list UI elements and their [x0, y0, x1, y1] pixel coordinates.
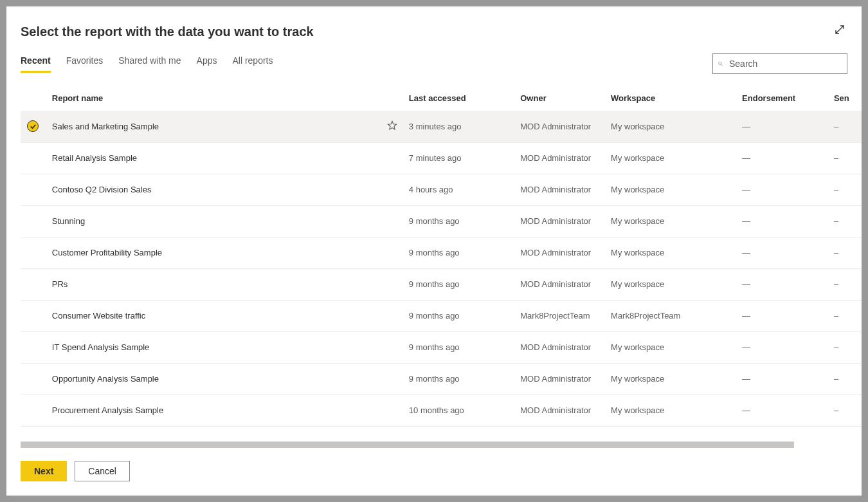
table-container: Report name Last accessed Owner Workspac… [21, 87, 862, 448]
report-name[interactable]: Consumer Website traffic [47, 300, 381, 331]
col-sensitivity-header[interactable]: Sen [829, 87, 862, 111]
last-accessed: 10 months ago [404, 395, 515, 426]
table-header-row: Report name Last accessed Owner Workspac… [21, 87, 862, 111]
col-accessed-header[interactable]: Last accessed [404, 87, 515, 111]
row-select-cell[interactable] [21, 205, 47, 237]
favorite-cell[interactable] [381, 363, 404, 395]
last-accessed: 9 months ago [404, 363, 515, 395]
table-row[interactable]: Contoso Q2 Division Sales4 hours agoMOD … [21, 174, 862, 205]
workspace: My workspace [606, 205, 737, 237]
row-select-cell[interactable] [21, 331, 47, 363]
table-row[interactable]: Opportunity Analysis Sample9 months agoM… [21, 363, 862, 395]
sensitivity: – [829, 205, 862, 237]
owner: MOD Administrator [515, 395, 606, 426]
row-select-cell[interactable] [21, 111, 47, 142]
last-accessed: 9 months ago [404, 205, 515, 237]
cancel-button[interactable]: Cancel [75, 461, 130, 481]
svg-point-0 [719, 62, 721, 64]
report-name[interactable]: Contoso Q2 Division Sales [47, 174, 381, 205]
row-select-cell[interactable] [21, 268, 47, 300]
owner: MOD Administrator [515, 237, 606, 268]
favorite-cell[interactable] [381, 395, 404, 426]
col-workspace-header[interactable]: Workspace [606, 87, 737, 111]
report-name[interactable]: Opportunity Analysis Sample [47, 363, 381, 395]
sensitivity: – [829, 363, 862, 395]
col-name-header[interactable]: Report name [47, 87, 381, 111]
workspace: My workspace [606, 363, 737, 395]
expand-icon [835, 24, 845, 35]
table-row[interactable]: PRs9 months agoMOD AdministratorMy works… [21, 268, 862, 300]
tab-shared-with-me[interactable]: Shared with me [118, 55, 181, 73]
favorite-cell[interactable] [381, 331, 404, 363]
reports-table: Report name Last accessed Owner Workspac… [21, 87, 862, 427]
workspace: My workspace [606, 142, 737, 174]
endorsement: — [737, 363, 829, 395]
tab-all-reports[interactable]: All reports [232, 55, 273, 73]
tabs: Recent Favorites Shared with me Apps All… [21, 55, 273, 73]
owner: Mark8ProjectTeam [515, 300, 606, 331]
owner: MOD Administrator [515, 331, 606, 363]
report-name[interactable]: Stunning [47, 205, 381, 237]
workspace: Mark8ProjectTeam [606, 300, 737, 331]
report-name[interactable]: IT Spend Analysis Sample [47, 331, 381, 363]
row-select-cell[interactable] [21, 174, 47, 205]
table-row[interactable]: Sales and Marketing Sample3 minutes agoM… [21, 111, 862, 142]
owner: MOD Administrator [515, 142, 606, 174]
owner: MOD Administrator [515, 205, 606, 237]
report-name[interactable]: Sales and Marketing Sample [47, 111, 381, 142]
table-row[interactable]: Customer Profitability Sample9 months ag… [21, 237, 862, 268]
sensitivity: – [829, 174, 862, 205]
report-name[interactable]: Retail Analysis Sample [47, 142, 381, 174]
row-select-cell[interactable] [21, 395, 47, 426]
col-endorsement-header[interactable]: Endorsement [737, 87, 829, 111]
last-accessed: 9 months ago [404, 237, 515, 268]
owner: MOD Administrator [515, 363, 606, 395]
report-name[interactable]: Customer Profitability Sample [47, 237, 381, 268]
sensitivity: – [829, 395, 862, 426]
table-row[interactable]: Stunning9 months agoMOD AdministratorMy … [21, 205, 862, 237]
favorite-cell[interactable] [381, 111, 404, 142]
tab-apps[interactable]: Apps [197, 55, 217, 73]
table-row[interactable]: IT Spend Analysis Sample9 months agoMOD … [21, 331, 862, 363]
row-select-cell[interactable] [21, 237, 47, 268]
search-icon [718, 59, 723, 69]
table-row[interactable]: Procurement Analysis Sample10 months ago… [21, 395, 862, 426]
last-accessed: 9 months ago [404, 300, 515, 331]
select-report-modal: Select the report with the data you want… [6, 6, 862, 496]
horizontal-scrollbar[interactable] [21, 442, 794, 448]
col-owner-header[interactable]: Owner [515, 87, 606, 111]
last-accessed: 3 minutes ago [404, 111, 515, 142]
star-icon[interactable] [387, 123, 397, 133]
expand-button[interactable] [832, 22, 847, 37]
sensitivity: – [829, 142, 862, 174]
table-row[interactable]: Retail Analysis Sample7 minutes agoMOD A… [21, 142, 862, 174]
favorite-cell[interactable] [381, 205, 404, 237]
favorite-cell[interactable] [381, 237, 404, 268]
endorsement: — [737, 395, 829, 426]
search-input[interactable] [729, 59, 842, 69]
report-name[interactable]: PRs [47, 268, 381, 300]
check-icon [27, 120, 39, 132]
sensitivity: – [829, 111, 862, 142]
favorite-cell[interactable] [381, 142, 404, 174]
row-select-cell[interactable] [21, 363, 47, 395]
last-accessed: 4 hours ago [404, 174, 515, 205]
favorite-cell[interactable] [381, 300, 404, 331]
table-row[interactable]: Consumer Website traffic9 months agoMark… [21, 300, 862, 331]
endorsement: — [737, 300, 829, 331]
tab-favorites[interactable]: Favorites [66, 55, 104, 73]
tab-recent[interactable]: Recent [21, 55, 51, 73]
row-select-cell[interactable] [21, 300, 47, 331]
endorsement: — [737, 268, 829, 300]
last-accessed: 7 minutes ago [404, 142, 515, 174]
search-box[interactable] [712, 53, 847, 74]
next-button[interactable]: Next [21, 461, 67, 481]
table-wrap: Report name Last accessed Owner Workspac… [6, 74, 862, 448]
workspace: My workspace [606, 268, 737, 300]
row-select-cell[interactable] [21, 142, 47, 174]
endorsement: — [737, 174, 829, 205]
report-name[interactable]: Procurement Analysis Sample [47, 395, 381, 426]
favorite-cell[interactable] [381, 174, 404, 205]
favorite-cell[interactable] [381, 268, 404, 300]
endorsement: — [737, 237, 829, 268]
